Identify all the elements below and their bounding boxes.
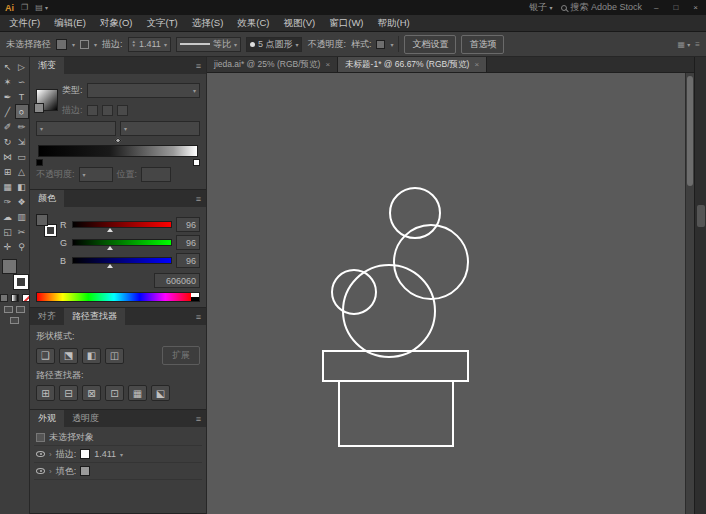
fill-caret-icon[interactable]: ▾ [72, 41, 75, 48]
stroke-color-swatch[interactable] [80, 449, 90, 459]
slider-thumb-icon[interactable] [107, 246, 113, 250]
symbol-sprayer-tool-icon[interactable]: ☁ [1, 209, 15, 224]
slider-thumb-icon[interactable] [107, 264, 113, 268]
menu-effect[interactable]: 效果(C) [230, 15, 276, 32]
gradient-ramp[interactable] [38, 145, 198, 157]
unite-button[interactable]: ❑ [36, 348, 55, 364]
intersect-button[interactable]: ◧ [82, 348, 101, 364]
divide-button[interactable]: ⊞ [36, 385, 55, 401]
gradient-tool-icon[interactable]: ◧ [15, 179, 29, 194]
paintbrush-tool-icon[interactable]: ✐ [1, 119, 15, 134]
expand-button[interactable]: 扩展 [162, 346, 200, 365]
channel-value-R[interactable]: 96 [176, 217, 200, 232]
gradient-mode-button[interactable] [11, 294, 19, 302]
minus-back-button[interactable]: ⬕ [151, 385, 170, 401]
mesh-tool-icon[interactable]: ▦ [1, 179, 15, 194]
gradient-type-dropdown[interactable]: ▾ [87, 83, 200, 98]
stroke-proxy[interactable] [45, 225, 56, 236]
panel-menu-icon[interactable]: ≡ [191, 57, 206, 74]
width-profile-dropdown[interactable]: 等比 ▾ [176, 37, 241, 52]
fill-swatch[interactable] [56, 39, 67, 50]
perspective-grid-tool-icon[interactable]: △ [15, 164, 29, 179]
stock-search-input[interactable]: 搜索 Adobe Stock [561, 1, 642, 14]
magic-wand-tool-icon[interactable]: ✶ [1, 74, 15, 89]
outline-button[interactable]: ▦ [128, 385, 147, 401]
color-fill-stroke-proxy[interactable] [36, 214, 56, 236]
color-spectrum-bar[interactable] [36, 292, 200, 302]
panel-menu-icon[interactable]: ≡ [191, 190, 206, 207]
stroke-width-field[interactable]: ▲▼ 1.411 ▾ [128, 37, 171, 52]
scale-tool-icon[interactable]: ⇲ [15, 134, 29, 149]
tab-transparency[interactable]: 透明度 [64, 410, 107, 427]
menu-help[interactable]: 帮助(H) [371, 15, 417, 32]
channel-slider-G[interactable] [72, 239, 172, 246]
pencil-tool-icon[interactable]: ✏ [15, 119, 29, 134]
control-panel-menu-icon[interactable]: ≡ [695, 40, 700, 49]
expand-twisty-icon[interactable]: › [49, 467, 52, 476]
brush-definition-dropdown[interactable]: 5 点圆形 ▾ [246, 37, 303, 52]
gradient-midpoint-handle[interactable] [114, 137, 121, 144]
rotate-tool-icon[interactable]: ↻ [1, 134, 15, 149]
panel-menu-icon[interactable]: ≡ [191, 308, 206, 325]
width-tool-icon[interactable]: ⋈ [1, 149, 15, 164]
gradient-stop-white[interactable] [193, 159, 200, 166]
visibility-eye-icon[interactable] [36, 468, 45, 474]
visibility-eye-icon[interactable] [36, 451, 45, 457]
channel-value-B[interactable]: 96 [176, 253, 200, 268]
pot-rect[interactable] [323, 351, 468, 381]
fill-color-swatch[interactable] [80, 466, 90, 476]
hand-tool-icon[interactable]: ✛ [1, 239, 15, 254]
draw-behind-button[interactable] [16, 306, 25, 313]
zoom-tool-icon[interactable]: ⚲ [15, 239, 29, 254]
slice-tool-icon[interactable]: ✂ [15, 224, 29, 239]
stroke-proxy[interactable] [14, 275, 28, 289]
vertical-scrollbar[interactable] [685, 73, 694, 514]
panel-menu-icon[interactable]: ≡ [191, 410, 206, 427]
tab-pathfinder[interactable]: 路径查找器 [64, 308, 125, 325]
spectrum-gradient[interactable] [37, 293, 191, 301]
gradient-fill-thumbnail[interactable] [36, 89, 58, 111]
close-button[interactable]: × [690, 3, 701, 12]
minus-front-button[interactable]: ⬔ [59, 348, 78, 364]
right-dock-strip[interactable] [694, 57, 706, 514]
cactus-artwork[interactable] [207, 73, 692, 514]
appearance-row-stroke[interactable]: › 描边: 1.411 ▾ [34, 446, 202, 463]
bridge-icon[interactable]: ❐ [21, 3, 28, 12]
menu-edit[interactable]: 编辑(E) [47, 15, 93, 32]
menu-view[interactable]: 视图(V) [277, 15, 323, 32]
shape-builder-tool-icon[interactable]: ⊞ [1, 164, 15, 179]
fill-stroke-control[interactable] [2, 259, 28, 289]
cactus-circle[interactable] [390, 188, 440, 238]
ellipse-tool-icon[interactable]: ○ [15, 104, 29, 119]
tab-align[interactable]: 对齐 [30, 308, 64, 325]
collapsed-panel-tab[interactable] [697, 205, 705, 227]
document-tab-2[interactable]: 未标题-1* @ 66.67% (RGB/预览)× [338, 57, 487, 72]
tab-gradient[interactable]: 渐变 [30, 57, 64, 74]
style-caret-icon[interactable]: ▾ [390, 41, 393, 48]
stroke-width-caret-icon[interactable]: ▾ [164, 41, 167, 48]
appearance-row-fill[interactable]: › 填色: [34, 463, 202, 480]
appearance-stroke-value[interactable]: 1.411 [94, 449, 116, 459]
menu-object[interactable]: 对象(O) [93, 15, 140, 32]
pen-tool-icon[interactable]: ✒ [1, 89, 15, 104]
hex-value-field[interactable]: 606060 [154, 273, 200, 288]
screen-mode-button[interactable] [10, 317, 19, 324]
none-mode-button[interactable] [22, 294, 30, 302]
line-segment-tool-icon[interactable]: ╱ [1, 104, 15, 119]
tab-close-icon[interactable]: × [474, 60, 479, 69]
menu-window[interactable]: 窗口(W) [322, 15, 370, 32]
eyedropper-tool-icon[interactable]: ✑ [1, 194, 15, 209]
minimize-button[interactable]: – [651, 3, 661, 12]
tab-appearance[interactable]: 外观 [30, 410, 64, 427]
column-graph-tool-icon[interactable]: ▥ [15, 209, 29, 224]
canvas[interactable] [207, 73, 694, 514]
direct-selection-tool-icon[interactable]: ▷ [15, 59, 29, 74]
cactus-circle[interactable] [343, 265, 435, 357]
fill-proxy[interactable] [36, 214, 48, 226]
artboard-tool-icon[interactable]: ◱ [1, 224, 15, 239]
preferences-button[interactable]: 首选项 [461, 35, 504, 54]
tab-color[interactable]: 颜色 [30, 190, 64, 207]
menu-file[interactable]: 文件(F) [2, 15, 47, 32]
document-setup-button[interactable]: 文档设置 [404, 35, 456, 54]
menu-select[interactable]: 选择(S) [185, 15, 231, 32]
